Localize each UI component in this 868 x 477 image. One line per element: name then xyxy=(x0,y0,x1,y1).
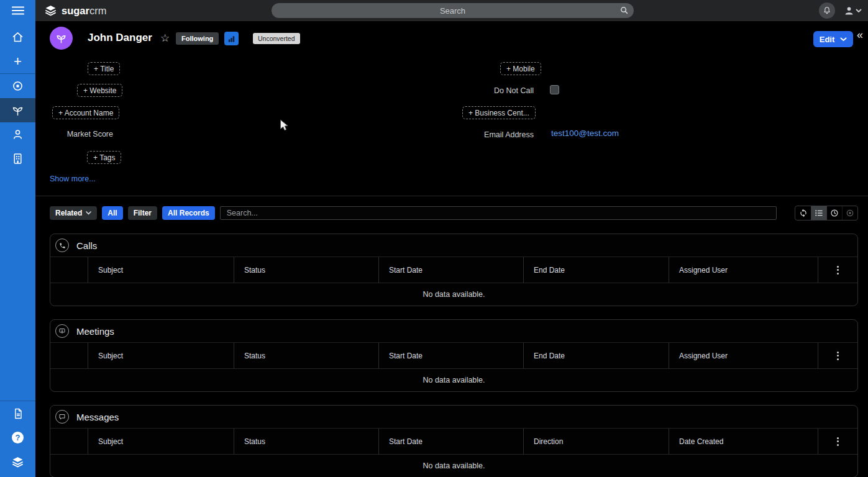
refresh-button[interactable] xyxy=(795,206,811,220)
lead-seedling-icon xyxy=(55,32,67,44)
email-address-link[interactable]: test100@test.com xyxy=(551,129,619,138)
column-header-assigned-user[interactable]: Assigned User xyxy=(669,343,818,368)
record-intelligence-button[interactable] xyxy=(842,206,857,220)
calls-panel: Calls Subject Status Start Date End Date… xyxy=(50,234,858,306)
sidebar-item-accounts[interactable] xyxy=(0,147,35,171)
market-score-label: Market Score xyxy=(53,130,113,139)
add-business-center-button[interactable]: + Business Cent... xyxy=(462,106,536,119)
list-view-button[interactable] xyxy=(811,206,826,220)
plus-icon: + xyxy=(14,55,22,68)
meeting-screen-icon xyxy=(55,324,69,338)
add-account-name-button[interactable]: + Account Name xyxy=(52,106,119,119)
column-settings-button[interactable] xyxy=(818,257,857,283)
accounts-building-icon xyxy=(11,152,24,165)
calls-panel-title: Calls xyxy=(76,240,97,251)
kebab-menu-icon xyxy=(837,352,839,360)
collapse-panel-icon[interactable]: « xyxy=(857,29,863,42)
home-icon xyxy=(11,30,24,43)
search-icon xyxy=(619,6,629,15)
sidebar-item-opportunities[interactable] xyxy=(0,74,35,98)
add-website-button[interactable]: + Website xyxy=(77,84,122,97)
calls-empty-state: No data available. xyxy=(50,283,857,306)
phone-icon xyxy=(55,238,69,252)
kebab-menu-icon xyxy=(837,437,839,446)
column-header-start-date[interactable]: Start Date xyxy=(378,257,523,283)
all-records-button[interactable]: All Records xyxy=(162,206,215,220)
sidebar-item-sugarcrm[interactable] xyxy=(0,450,35,474)
select-column xyxy=(50,429,88,454)
column-header-end-date[interactable]: End Date xyxy=(523,257,669,283)
add-mobile-button[interactable]: + Mobile xyxy=(500,62,541,75)
help-icon: ? xyxy=(12,432,24,443)
global-search-input[interactable] xyxy=(272,6,634,16)
column-header-subject[interactable]: Subject xyxy=(88,343,234,368)
column-settings-button[interactable] xyxy=(818,343,857,368)
messages-panel: Messages Subject Status Start Date Direc… xyxy=(50,405,858,477)
sugarcrm-logo[interactable]: sugarcrm xyxy=(44,4,106,17)
contacts-person-icon xyxy=(11,128,24,141)
do-not-call-checkbox[interactable] xyxy=(550,85,559,94)
hamburger-menu-button[interactable] xyxy=(0,0,35,21)
following-button[interactable]: Following xyxy=(176,32,219,45)
sidebar: + ? xyxy=(0,21,35,477)
global-search xyxy=(272,3,634,18)
main-content: John Danger ☆ Following Unconverted Edit… xyxy=(35,21,868,477)
topbar-right xyxy=(819,2,862,19)
sidebar-item-contacts[interactable] xyxy=(0,122,35,147)
user-icon xyxy=(843,5,855,17)
target-ring-icon xyxy=(846,209,854,217)
target-icon xyxy=(11,80,24,93)
column-header-end-date[interactable]: End Date xyxy=(523,343,669,368)
meetings-panel-header[interactable]: Meetings xyxy=(50,320,857,343)
add-title-button[interactable]: + Title xyxy=(88,62,120,75)
sidebar-item-leads[interactable] xyxy=(0,98,35,122)
chevron-down-icon xyxy=(840,37,847,42)
column-header-status[interactable]: Status xyxy=(234,429,378,454)
column-header-start-date[interactable]: Start Date xyxy=(378,429,523,454)
email-address-label: Email Address xyxy=(470,130,534,139)
sidebar-item-help[interactable]: ? xyxy=(0,425,35,450)
column-header-date-created[interactable]: Date Created xyxy=(669,429,818,454)
column-header-start-date[interactable]: Start Date xyxy=(378,343,523,368)
column-header-status[interactable]: Status xyxy=(234,343,378,368)
related-dropdown[interactable]: Related xyxy=(50,206,97,220)
column-settings-button[interactable] xyxy=(818,429,857,454)
user-menu-button[interactable] xyxy=(843,5,862,17)
top-bar: sugarcrm xyxy=(0,0,868,21)
speech-bubble-icon xyxy=(55,410,69,424)
related-toolbar: Related All Filter All Records xyxy=(35,196,868,230)
hamburger-menu-icon xyxy=(12,6,24,15)
sidebar-spacer xyxy=(0,171,35,401)
layers-icon xyxy=(44,4,57,17)
bell-icon xyxy=(823,6,831,15)
record-header: John Danger ☆ Following Unconverted Edit… xyxy=(35,21,868,196)
column-header-status[interactable]: Status xyxy=(234,257,378,283)
column-header-assigned-user[interactable]: Assigned User xyxy=(669,257,818,283)
calls-column-headers: Subject Status Start Date End Date Assig… xyxy=(50,257,857,283)
sidebar-item-create[interactable]: + xyxy=(0,49,35,73)
messages-panel-header[interactable]: Messages xyxy=(50,406,857,429)
mouse-cursor xyxy=(280,119,289,132)
column-header-direction[interactable]: Direction xyxy=(523,429,669,454)
calls-panel-header[interactable]: Calls xyxy=(50,234,857,257)
filter-button[interactable]: Filter xyxy=(128,206,157,220)
edit-button[interactable]: Edit xyxy=(813,31,853,47)
kebab-menu-icon xyxy=(837,266,839,275)
notifications-button[interactable] xyxy=(819,2,835,19)
show-more-link[interactable]: Show more... xyxy=(50,175,96,183)
related-search-input[interactable] xyxy=(220,206,777,220)
chart-button[interactable] xyxy=(224,32,239,45)
clock-icon xyxy=(830,209,839,217)
bar-chart-icon xyxy=(227,35,235,43)
favorite-star-icon[interactable]: ☆ xyxy=(160,32,170,45)
column-header-subject[interactable]: Subject xyxy=(88,429,234,454)
chevron-down-icon xyxy=(86,211,91,215)
column-header-subject[interactable]: Subject xyxy=(88,257,234,283)
timeline-button[interactable] xyxy=(826,206,842,220)
meetings-column-headers: Subject Status Start Date End Date Assig… xyxy=(50,343,857,369)
add-tags-button[interactable]: + Tags xyxy=(87,151,121,164)
sidebar-item-documentation[interactable] xyxy=(0,401,35,425)
sidebar-item-home[interactable] xyxy=(0,25,35,49)
edit-button-label: Edit xyxy=(820,35,835,44)
filter-all-button[interactable]: All xyxy=(102,206,122,220)
